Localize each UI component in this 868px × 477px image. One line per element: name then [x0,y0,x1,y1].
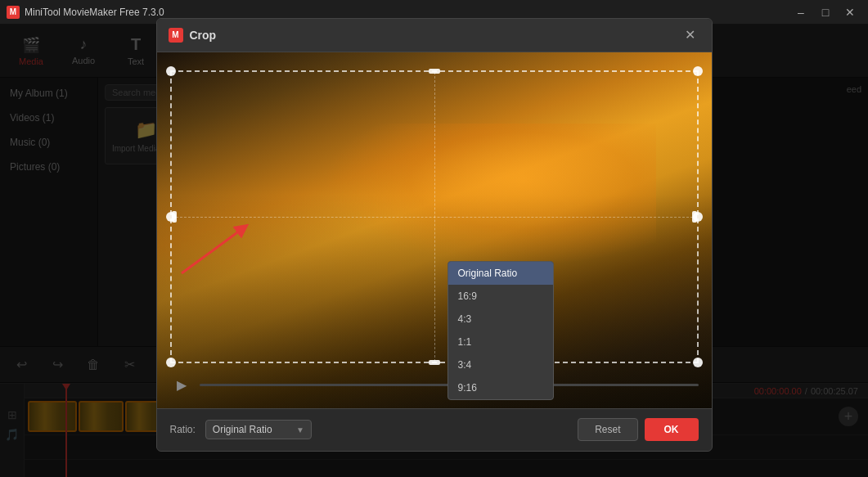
crop-play-button[interactable]: ▶ [170,374,193,397]
arrow-svg [165,216,263,281]
crop-circle-top-right[interactable] [693,66,703,76]
crop-dialog-title-row: M Crop [169,28,217,43]
crop-canvas-area: ▶ [157,52,712,408]
maximize-button[interactable]: □ [814,1,837,24]
app-title: MiniTool MovieMaker Free 7.3.0 [25,7,789,18]
crop-dialog-header: M Crop ✕ [157,19,712,52]
ratio-dropdown: Original Ratio 16:9 4:3 1:1 3:4 9:16 [447,261,554,400]
crop-actions: Reset OK [578,418,698,441]
close-button[interactable]: ✕ [839,1,861,24]
ratio-label: Ratio: [170,424,196,435]
crop-dialog-title: Crop [190,29,217,42]
crop-circle-bottom-left[interactable] [166,358,176,367]
crop-handle-top-center[interactable] [429,69,440,74]
crop-circle-middle-right[interactable] [693,212,703,222]
crop-overlay: M Crop ✕ [0,25,868,477]
svg-line-1 [182,228,243,273]
crop-logo: M [169,28,183,43]
ratio-option-9-16[interactable]: 9:16 [448,376,553,399]
ratio-option-3-4[interactable]: 3:4 [448,353,553,376]
reset-button[interactable]: Reset [578,418,637,441]
arrow-annotation [165,216,263,285]
ratio-option-1-1[interactable]: 1:1 [448,331,553,353]
minimize-button[interactable]: – [789,1,812,24]
app-logo: M [7,6,20,19]
ratio-option-original[interactable]: Original Ratio [448,262,553,285]
crop-playback: ▶ [170,371,699,400]
ratio-select-value: Original Ratio [213,424,272,435]
ratio-option-16-9[interactable]: 16:9 [448,285,553,308]
ok-button[interactable]: OK [645,418,699,441]
chevron-down-icon: ▼ [296,425,304,434]
crop-bottom-bar: Ratio: Original Ratio ▼ Reset OK [157,408,712,451]
crop-close-button[interactable]: ✕ [681,25,700,45]
crop-circle-top-left[interactable] [166,66,176,76]
crop-circle-bottom-right[interactable] [693,358,703,367]
ratio-select[interactable]: Original Ratio ▼ [205,420,312,439]
crop-handle-bottom-center[interactable] [429,360,440,365]
window-controls: – □ ✕ [789,1,861,24]
crop-center-vertical [434,72,435,362]
ratio-option-4-3[interactable]: 4:3 [448,308,553,331]
crop-dialog: M Crop ✕ [156,18,713,452]
